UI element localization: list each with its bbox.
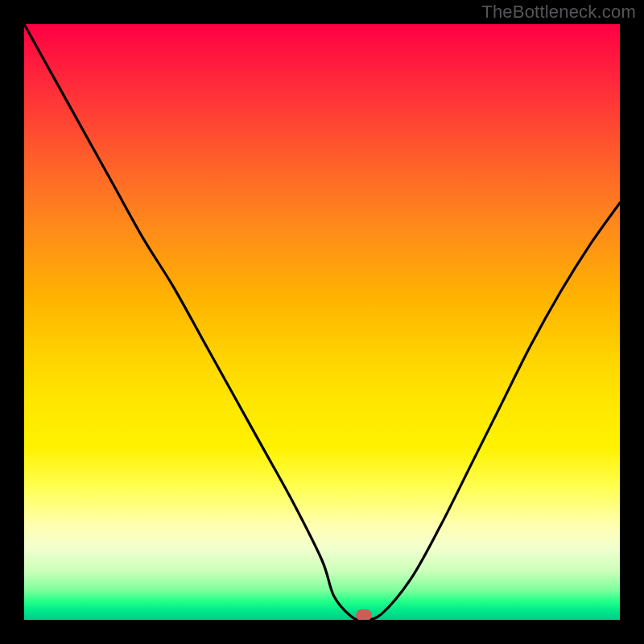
- plot-area: [24, 24, 620, 620]
- chart-frame: TheBottleneck.com: [0, 0, 644, 644]
- watermark-text: TheBottleneck.com: [481, 2, 636, 23]
- optimum-marker: [356, 609, 372, 620]
- bottleneck-curve: [24, 24, 620, 620]
